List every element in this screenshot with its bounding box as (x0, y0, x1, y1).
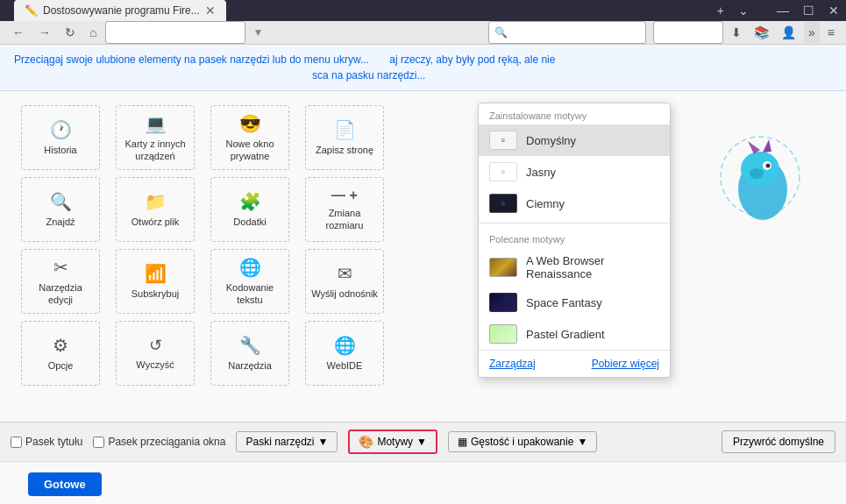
bookmarks-button[interactable]: 📚 (750, 22, 773, 43)
znajdz-label: Znajdź (46, 216, 75, 228)
narzedzia-edycji-icon: ✂ (53, 257, 68, 278)
znajdz-icon: 🔍 (50, 191, 72, 212)
space-thumb (489, 293, 517, 312)
reload-button[interactable]: ↻ (60, 22, 81, 43)
url-input[interactable] (105, 21, 245, 44)
minimize-btn[interactable]: — (777, 4, 789, 18)
grid-item-karty[interactable]: 💻 Karty z innychurządzeń (116, 105, 195, 170)
browser-tab[interactable]: ✏️ Dostosowywanie programu Fire... ✕ (14, 0, 226, 21)
search-bar[interactable]: 🔍 (488, 21, 646, 44)
download-button[interactable]: ⬇ (727, 22, 746, 43)
kodowanie-label: Kodowanietekstu (226, 281, 274, 307)
grid-item-narzedzia[interactable]: 🔧 Narzędzia (210, 321, 289, 386)
forward-button[interactable]: → (33, 22, 56, 43)
nowe-okno-label: Nowe oknoprywatne (225, 138, 274, 163)
new-tab-btn[interactable]: + (717, 4, 724, 18)
opcje-icon: ⚙ (53, 335, 68, 356)
theme-item-pastel[interactable]: Pastel Gradient (479, 318, 670, 350)
subskrybuj-icon: 📶 (145, 263, 167, 284)
density-label: Gęstość i upakowanie (471, 436, 573, 448)
grid-item-zapisz[interactable]: 📄 Zapisz stronę (305, 105, 384, 170)
renaissance-theme-label: A Web Browser Renaissance (526, 254, 659, 280)
renaissance-thumb (489, 258, 517, 277)
title-bar-checkbox-label[interactable]: Pasek tytułu (11, 436, 82, 448)
grid-item-zmiana[interactable]: — + Zmianarozmiaru (305, 177, 384, 242)
kodowanie-icon: 🌐 (239, 257, 261, 278)
themes-dropdown-button[interactable]: 🎨 Motywy ▼ (348, 429, 437, 454)
opcje-label: Opcje (48, 359, 74, 372)
density-dropdown-button[interactable]: ▦ Gęstość i upakowanie ▼ (448, 431, 597, 452)
subskrybuj-label: Subskrybuj (132, 287, 179, 300)
historia-icon: 🕐 (50, 119, 72, 140)
tab-close-icon[interactable]: ✕ (205, 4, 216, 18)
grid-item-wyczysc[interactable]: ↺ Wyczyść (116, 321, 195, 386)
grid-item-subskrybuj[interactable]: 📶 Subskrybuj (116, 249, 195, 314)
drag-bar-checkbox[interactable] (93, 437, 104, 448)
title-bar-label: Pasek tytułu (25, 436, 82, 448)
second-url-input[interactable] (653, 21, 723, 44)
wyslij-icon: ✉ (338, 263, 352, 284)
wyslij-label: Wyślij odnośnik (311, 287, 378, 300)
close-btn[interactable]: ✕ (828, 4, 839, 18)
svg-point-3 (766, 164, 771, 168)
toolbars-dropdown-arrow: ▼ (318, 436, 329, 448)
firefox-mascot (706, 124, 811, 229)
bottom-toolbar: Pasek tytułu Pasek przeciągania okna Pas… (0, 422, 846, 461)
themes-label: Motywy (377, 436, 413, 448)
wyczysc-label: Wyczyść (136, 358, 174, 371)
grid-item-webide[interactable]: 🌐 WebIDE (305, 321, 384, 386)
sync-button[interactable]: 👤 (777, 22, 800, 43)
grid-item-opcje[interactable]: ⚙ Opcje (21, 321, 100, 386)
default-thumb: ≡ (489, 131, 517, 150)
info-text: Przeciągaj swoje ulubione elementy na pa… (14, 53, 555, 66)
narzedzia-edycji-label: Narzędziaedycji (39, 281, 82, 307)
grid-item-narzedzia-edycji[interactable]: ✂ Narzędziaedycji (21, 249, 100, 314)
title-bar-checkbox[interactable] (11, 437, 22, 448)
grid-item-wyslij[interactable]: ✉ Wyślij odnośnik (305, 249, 384, 314)
installed-themes-label: Zainstalowane motywy (479, 103, 670, 124)
window-controls: + ⌄ — ☐ ✕ (717, 4, 839, 18)
toolbars-dropdown-button[interactable]: Paski narzędzi ▼ (236, 431, 338, 452)
back-button[interactable]: ← (7, 22, 30, 43)
narzedzia-label: Narzędzia (228, 359, 272, 372)
grid-item-historia[interactable]: 🕐 Historia (21, 105, 100, 170)
drag-bar-label: Pasek przeciągania okna (108, 436, 225, 448)
webide-label: WebIDE (327, 359, 363, 372)
restore-defaults-button[interactable]: Przywróć domyślne (722, 430, 835, 453)
drag-bar-checkbox-label[interactable]: Pasek przeciągania okna (93, 436, 225, 448)
menu-divider (479, 223, 670, 224)
home-button[interactable]: ⌂ (84, 22, 102, 43)
dark-theme-label: Ciemny (526, 197, 565, 210)
toolbars-label: Paski narzędzi (245, 436, 314, 448)
tabs-dropdown[interactable]: ⌄ (738, 4, 749, 18)
karty-icon: 💻 (145, 113, 167, 134)
theme-item-dark[interactable]: ≡ Ciemny (479, 188, 670, 219)
tab-title: Dostosowywanie programu Fire... (43, 4, 200, 17)
zapisz-icon: 📄 (334, 119, 356, 140)
grid-item-nowe-okno[interactable]: 😎 Nowe oknoprywatne (210, 105, 289, 170)
manage-themes-button[interactable]: Zarządzaj (489, 358, 536, 370)
theme-item-light[interactable]: ≡ Jasny (479, 156, 670, 188)
theme-item-space[interactable]: Space Fantasy (479, 287, 670, 318)
info-bar: Przeciągaj swoje ulubione elementy na pa… (0, 45, 846, 91)
download-more-button[interactable]: Pobierz więcej (592, 358, 659, 370)
grid-item-dodatki[interactable]: 🧩 Dodatki (210, 177, 289, 242)
theme-item-renaissance[interactable]: A Web Browser Renaissance (479, 248, 670, 287)
tab-icon: ✏️ (25, 4, 38, 17)
theme-item-default[interactable]: ≡ Domyślny (479, 124, 670, 156)
otworz-icon: 📁 (145, 191, 167, 212)
menu-button[interactable]: ≡ (823, 22, 839, 43)
grid-item-znajdz[interactable]: 🔍 Znajdź (21, 177, 100, 242)
maximize-btn[interactable]: ☐ (803, 4, 814, 18)
done-button[interactable]: Gotowe (28, 472, 102, 496)
more-tools-button[interactable]: » (804, 22, 820, 43)
density-dropdown-arrow: ▼ (577, 436, 587, 448)
zmiana-label: Zmianarozmiaru (326, 207, 364, 232)
space-fantasy-theme-label: Space Fantasy (526, 296, 602, 309)
otworz-label: Otwórz plik (132, 216, 179, 228)
historia-label: Historia (44, 144, 76, 156)
grid-item-kodowanie[interactable]: 🌐 Kodowanietekstu (210, 249, 289, 314)
themes-dropdown-menu: Zainstalowane motywy ≡ Domyślny ≡ Jasny (478, 103, 671, 378)
grid-item-otworz[interactable]: 📁 Otwórz plik (116, 177, 195, 242)
recommended-themes-label: Polecane motywy (479, 227, 670, 248)
